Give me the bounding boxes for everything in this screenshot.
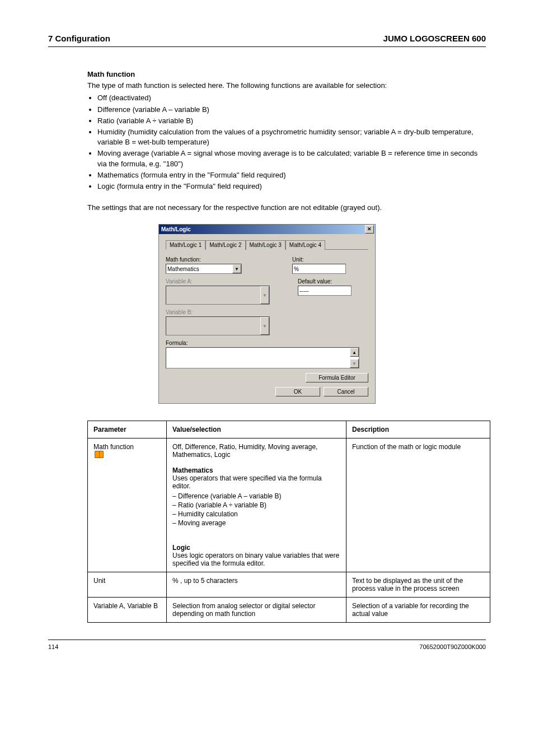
intro-list-item: Moving average (variable A = signal whos… bbox=[97, 148, 486, 169]
close-icon[interactable]: ✕ bbox=[365, 225, 374, 234]
cell-value: % , up to 5 characters bbox=[167, 572, 346, 598]
label-variable-b: Variable B: bbox=[166, 309, 270, 315]
chevron-down-icon: ▼ bbox=[260, 286, 269, 304]
intro-heading: Math function bbox=[87, 69, 486, 80]
label-default-value: Default value: bbox=[298, 278, 352, 284]
chevron-down-icon: ▼ bbox=[260, 317, 269, 335]
table-row: Unit% , up to 5 charactersText to be dis… bbox=[88, 572, 490, 598]
unit-input[interactable]: % bbox=[292, 264, 346, 274]
table-row: Variable A, Variable BSelection from ana… bbox=[88, 598, 490, 623]
scroll-down-icon: ▼ bbox=[350, 359, 359, 368]
table-row: Math functionOff, Difference, Ratio, Hum… bbox=[88, 438, 490, 572]
intro-list: Off (deactivated)Difference (variable A … bbox=[87, 93, 486, 192]
intro-list-item: Logic (formula entry in the "Formula" fi… bbox=[97, 181, 486, 192]
cell-description: Function of the math or logic module bbox=[346, 438, 490, 572]
th-description: Description bbox=[346, 421, 490, 438]
tab-mathlogic-1[interactable]: Math/Logic 1 bbox=[166, 240, 205, 250]
label-variable-a: Variable A: bbox=[166, 278, 270, 284]
product-header: JUMO LOGOSCREEN 600 bbox=[383, 34, 486, 43]
default-value-input[interactable]: ----- bbox=[298, 286, 352, 296]
th-parameter: Parameter bbox=[88, 421, 167, 438]
formula-textarea[interactable]: ▲ ▼ bbox=[166, 347, 359, 368]
cell-param: Unit bbox=[88, 572, 167, 598]
mathlogic-dialog: Math/Logic ✕ Math/Logic 1Math/Logic 2Mat… bbox=[158, 224, 376, 404]
th-value: Value/selection bbox=[167, 421, 346, 438]
label-formula: Formula: bbox=[166, 340, 368, 346]
cell-value: Off, Difference, Ratio, Humidity, Moving… bbox=[167, 438, 346, 572]
section-header: 7 Configuration bbox=[48, 34, 110, 43]
intro-list-item: Off (deactivated) bbox=[97, 93, 486, 103]
label-math-function: Math function: bbox=[166, 256, 242, 263]
cell-description: Selection of a variable for recording th… bbox=[346, 598, 490, 623]
book-icon bbox=[95, 451, 104, 458]
cell-param: Math function bbox=[88, 438, 167, 572]
label-unit: Unit: bbox=[292, 256, 346, 263]
page-number: 114 bbox=[48, 643, 58, 650]
tab-mathlogic-2[interactable]: Math/Logic 2 bbox=[205, 240, 245, 250]
scroll-up-icon[interactable]: ▲ bbox=[350, 348, 359, 357]
cell-param: Variable A, Variable B bbox=[88, 598, 167, 623]
math-function-select[interactable]: Mathematics ▼ bbox=[166, 264, 242, 274]
spec-table: Parameter Value/selection Description Ma… bbox=[87, 421, 490, 623]
variable-b-select: ▼ bbox=[166, 316, 270, 335]
dialog-tabs: Math/Logic 1Math/Logic 2Math/Logic 3Math… bbox=[166, 240, 368, 250]
cell-description: Text to be displayed as the unit of the … bbox=[346, 572, 490, 598]
doc-code: 70652000T90Z000K000 bbox=[419, 643, 486, 650]
ok-button[interactable]: OK bbox=[275, 387, 320, 396]
math-function-value: Mathematics bbox=[167, 266, 199, 272]
intro-list-item: Mathematics (formula entry in the "Formu… bbox=[97, 170, 486, 180]
tab-mathlogic-3[interactable]: Math/Logic 3 bbox=[246, 240, 285, 250]
intro-lead: The type of math function is selected he… bbox=[87, 81, 387, 90]
unit-value: % bbox=[294, 266, 299, 272]
intro-note: The settings that are not necessary for … bbox=[87, 203, 486, 213]
default-value: ----- bbox=[299, 288, 309, 294]
intro-list-item: Humidity (humidity calculation from the … bbox=[97, 127, 486, 147]
variable-a-select: ▼ bbox=[166, 286, 270, 305]
intro-list-item: Difference (variable A – variable B) bbox=[97, 105, 486, 115]
intro-list-item: Ratio (variable A ÷ variable B) bbox=[97, 116, 486, 126]
chevron-down-icon[interactable]: ▼ bbox=[232, 264, 241, 273]
formula-editor-button[interactable]: Formula Editor bbox=[306, 373, 368, 382]
cancel-button[interactable]: Cancel bbox=[324, 387, 368, 396]
tab-mathlogic-4[interactable]: Math/Logic 4 bbox=[285, 240, 325, 250]
cell-value: Selection from analog selector or digita… bbox=[167, 598, 346, 623]
dialog-title: Math/Logic bbox=[161, 226, 191, 232]
